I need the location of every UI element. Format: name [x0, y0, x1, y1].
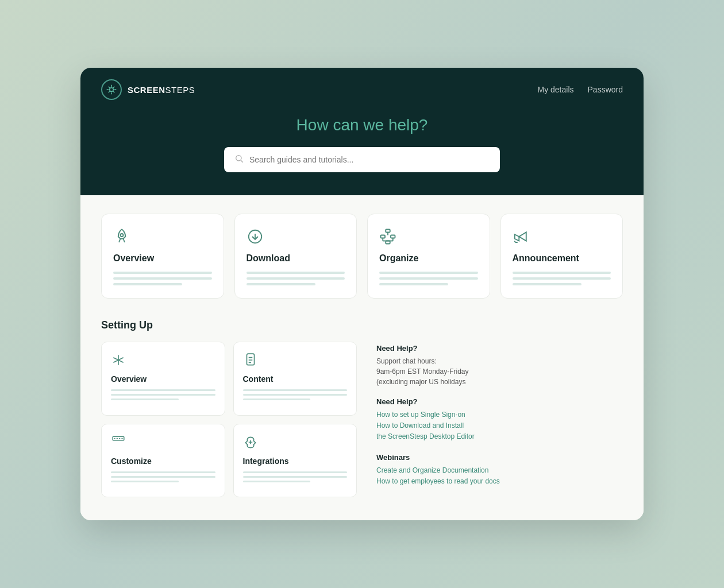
- card-download[interactable]: Download: [234, 214, 357, 299]
- webinars-heading: Webinars: [376, 453, 623, 462]
- small-card-overview[interactable]: Overview: [101, 342, 225, 415]
- help-panel: Need Help? Support chat hours:9am-6pm ES…: [367, 342, 623, 497]
- help-section-2: Need Help? How to set up Single Sign-on …: [376, 397, 623, 443]
- help-heading-1: Need Help?: [376, 344, 623, 353]
- download-icon: [247, 228, 345, 247]
- content-area: Overview Download: [80, 195, 644, 520]
- card-overview-title: Overview: [113, 253, 212, 264]
- logo-text: SCREENSTEPS: [128, 85, 195, 95]
- help-heading-2: Need Help?: [376, 397, 623, 406]
- category-cards: Overview Download: [101, 214, 623, 299]
- svg-line-2: [241, 160, 243, 163]
- card-organize-lines: [379, 272, 478, 285]
- asterisk-icon: [111, 353, 215, 370]
- svg-rect-6: [386, 230, 390, 233]
- search-icon: [234, 154, 244, 165]
- card-overview[interactable]: Overview: [101, 214, 224, 299]
- card-announcement[interactable]: Announcement: [500, 214, 623, 299]
- small-card-overview-lines: [111, 389, 215, 400]
- help-link-sso[interactable]: How to set up Single Sign-on: [376, 409, 623, 420]
- integrations-icon: [243, 435, 348, 452]
- nav-link-my-details[interactable]: My details: [538, 85, 574, 94]
- small-card-customize[interactable]: Customize: [101, 424, 225, 497]
- bottom-area: Overview Content: [101, 342, 623, 497]
- small-card-integrations[interactable]: Integrations: [233, 424, 357, 497]
- search-bar: [224, 147, 500, 172]
- small-card-overview-title: Overview: [111, 374, 215, 384]
- card-overview-lines: [113, 272, 212, 285]
- card-announcement-title: Announcement: [513, 253, 611, 264]
- help-link-organize[interactable]: Create and Organize Documentation: [376, 465, 623, 476]
- svg-point-1: [236, 156, 241, 161]
- file-icon: [243, 353, 348, 370]
- svg-point-0: [110, 88, 114, 92]
- small-card-integrations-lines: [243, 471, 348, 482]
- small-card-integrations-title: Integrations: [243, 457, 348, 466]
- navbar: SCREENSTEPS My details Password: [101, 68, 623, 116]
- nav-link-password[interactable]: Password: [588, 85, 623, 94]
- card-download-title: Download: [247, 253, 345, 264]
- svg-rect-8: [391, 235, 395, 238]
- small-card-content-title: Content: [243, 374, 348, 384]
- small-card-customize-lines: [111, 471, 215, 482]
- small-card-customize-title: Customize: [111, 457, 215, 466]
- svg-point-3: [121, 234, 124, 237]
- logo: SCREENSTEPS: [101, 79, 195, 100]
- card-organize[interactable]: Organize: [367, 214, 490, 299]
- nav-links: My details Password: [538, 85, 623, 94]
- hero-title: How can we help?: [101, 116, 623, 134]
- small-card-content-lines: [243, 389, 348, 400]
- organize-icon: [379, 228, 478, 247]
- card-download-lines: [247, 272, 345, 285]
- help-link-download[interactable]: How to Download and Installthe ScreenSte…: [376, 420, 623, 442]
- ruler-icon: [111, 435, 215, 452]
- main-window: SCREENSTEPS My details Password How can …: [80, 68, 644, 520]
- setting-up-title: Setting Up: [101, 319, 623, 331]
- logo-icon: [101, 79, 122, 100]
- small-card-content[interactable]: Content: [233, 342, 357, 415]
- setting-cards: Overview Content: [101, 342, 357, 497]
- announcement-icon: [513, 228, 611, 247]
- svg-rect-7: [381, 235, 386, 238]
- card-announcement-lines: [513, 272, 611, 285]
- card-organize-title: Organize: [379, 253, 478, 264]
- svg-rect-18: [247, 354, 254, 365]
- help-section-webinars: Webinars Create and Organize Documentati…: [376, 453, 623, 487]
- search-input[interactable]: [249, 155, 490, 164]
- rocket-icon: [113, 228, 212, 247]
- help-section-1: Need Help? Support chat hours:9am-6pm ES…: [376, 344, 623, 387]
- header: SCREENSTEPS My details Password How can …: [80, 68, 644, 195]
- help-text-1: Support chat hours:9am-6pm EST Monday-Fr…: [376, 356, 623, 387]
- help-link-employees[interactable]: How to get employees to read your docs: [376, 476, 623, 487]
